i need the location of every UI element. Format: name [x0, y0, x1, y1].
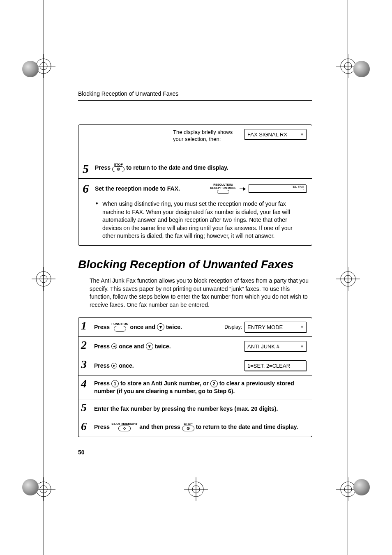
- s3-once: once.: [119, 362, 134, 369]
- lcd-set-clear-text: 1=SET, 2=CLEAR: [247, 363, 290, 369]
- stop-button-icon-2: STOP ⊘: [182, 422, 194, 431]
- step-5a-row: 5 Press STOP ⊘ to return to the date and…: [95, 162, 306, 173]
- crop-line-h-top: [0, 66, 392, 66]
- step-6-text: Press START/MEMORY ◇ and then press STOP…: [94, 422, 298, 431]
- step-3-text: Press ► once.: [94, 362, 134, 369]
- s1-twice: twice.: [166, 324, 182, 330]
- page-content: Blocking Reception of Unwanted Faxes The…: [78, 90, 312, 437]
- step-5-panel: 5 Enter the fax number by pressing the n…: [78, 399, 312, 418]
- lcd-anti-junk: ANTI JUNK #: [244, 341, 306, 352]
- step-6-panel: 6 Press START/MEMORY ◇ and then press ST…: [78, 418, 312, 437]
- reg-target-bc: [184, 477, 208, 501]
- lcd-entry-mode-text: ENTRY MODE: [247, 324, 283, 330]
- distinctive-ring-note: When using distinctive ring, you must se…: [102, 200, 306, 240]
- step-4-text: Press 1 to store an Anti Junk number, or…: [94, 380, 294, 394]
- display-label: Display:: [224, 324, 242, 330]
- reg-ball-bl: [22, 479, 39, 495]
- step-1-panel: 1 Press FUNCTION once and ▼ twice. Displ…: [78, 317, 312, 337]
- step-number-3: 3: [81, 358, 87, 371]
- step-2-display: ANTI JUNK #: [244, 341, 306, 352]
- start-memory-button-icon: START/MEMORY ◇: [111, 422, 138, 431]
- step5-rest: to return to the date and time display.: [126, 164, 228, 171]
- step-4-panel: 4 Press 1 to store an Anti Junk number, …: [78, 375, 312, 399]
- lcd-set-clear: 1=SET, 2=CLEAR: [244, 360, 306, 371]
- step-3-panel: 3 Press ► once. 1=SET, 2=CLEAR: [78, 356, 312, 375]
- step-2-panel: 2 Press ◄ once and ▼ twice. ANTI JUNK #: [78, 337, 312, 356]
- updown-icon: [301, 345, 303, 348]
- step5-press: Press: [95, 164, 111, 171]
- key-2-button-icon: 2: [210, 380, 218, 387]
- steps-block: 1 Press FUNCTION once and ▼ twice. Displ…: [78, 317, 312, 437]
- step-number-5b: 5: [81, 401, 87, 414]
- down-arrow-button-icon: ▼: [157, 323, 164, 331]
- display-line2: your selection, then:: [173, 136, 221, 142]
- step-1-text: Press FUNCTION once and ▼ twice.: [94, 322, 182, 332]
- s1-press: Press: [94, 324, 110, 330]
- step-5-text: Enter the fax number by pressing the num…: [94, 405, 278, 412]
- reg-target-ml: [32, 267, 55, 291]
- display-briefly-text: The display briefly shows your selection…: [173, 129, 233, 143]
- down-arrow-glyph: ▼: [159, 325, 163, 329]
- right-arrow-button-icon: ►: [111, 363, 117, 368]
- step-5a-line: Press STOP ⊘ to return to the date and t…: [95, 162, 306, 173]
- step-3-display: 1=SET, 2=CLEAR: [244, 360, 306, 371]
- reception-diagram: RESOLUTION/ RECEPTION MODE TEL FAX ↑: [210, 183, 306, 194]
- s4-press: Press: [94, 380, 110, 387]
- step-number-6: 6: [83, 182, 89, 196]
- display-line1: The display briefly shows: [173, 129, 233, 135]
- step-number-1: 1: [81, 319, 87, 332]
- step-6a-row: 6 Set the reception mode to FAX. RESOLUT…: [95, 183, 306, 194]
- stop-label: STOP: [114, 163, 123, 166]
- key-1-glyph: 1: [114, 381, 116, 386]
- reception-mode-label: RECEPTION MODE: [210, 187, 236, 190]
- reception-mode-button-icon: RESOLUTION/ RECEPTION MODE: [210, 183, 236, 194]
- instruction-panel-top: The display briefly shows your selection…: [78, 124, 312, 179]
- step-number-6b: 6: [81, 420, 87, 433]
- running-head: Blocking Reception of Unwanted Faxes: [78, 90, 312, 97]
- function-label: FUNCTION: [111, 322, 128, 326]
- key-2-glyph: 2: [213, 381, 215, 386]
- s6-rest: to return to the date and time display.: [196, 424, 298, 430]
- updown-icon: [301, 133, 303, 136]
- s2-once-and: once and: [119, 343, 144, 350]
- arrow-right-icon: [240, 189, 245, 189]
- display-text-row: The display briefly shows your selection…: [95, 129, 306, 145]
- resolution-label: RESOLUTION/: [213, 183, 233, 187]
- s4-mid: to store an Anti Junk number, or: [120, 380, 209, 387]
- s2-twice: twice.: [155, 343, 171, 350]
- function-button-icon: FUNCTION: [111, 322, 128, 332]
- right-arrow-glyph: ►: [113, 364, 116, 368]
- stop-glyph-2: ⊘: [187, 426, 190, 431]
- start-memory-label: START/MEMORY: [111, 422, 138, 426]
- page-number: 50: [78, 449, 85, 456]
- step-number-4: 4: [81, 377, 87, 390]
- reg-target-mr: [336, 267, 360, 291]
- reg-ball-br: [353, 479, 370, 495]
- reg-ball-tr: [353, 61, 370, 77]
- lcd-fax-signal: FAX SIGNAL RX: [244, 129, 306, 140]
- updown-icon: [301, 326, 303, 328]
- section-intro: The Anti Junk Fax function allows you to…: [90, 277, 312, 309]
- reg-ball-tl: [22, 61, 39, 77]
- stop-label-2: STOP: [184, 422, 193, 426]
- s1-once-and: once and: [130, 324, 155, 330]
- step6-text: Set the reception mode to FAX.: [95, 183, 180, 194]
- step-1-display: Display: ENTRY MODE: [224, 322, 306, 332]
- stop-button-icon: STOP ⊘: [112, 163, 125, 172]
- section-title: Blocking Reception of Unwanted Faxes: [78, 258, 312, 271]
- step-number-5: 5: [83, 162, 89, 176]
- lcd-tel-fax: TEL FAX ↑: [249, 184, 306, 193]
- step-2-text: Press ◄ once and ▼ twice.: [94, 343, 171, 350]
- left-arrow-glyph: ◄: [113, 344, 116, 348]
- left-arrow-button-icon: ◄: [111, 343, 117, 349]
- s3-press: Press: [94, 362, 110, 369]
- step-number-2: 2: [81, 339, 87, 352]
- down-arrow-button-icon-2: ▼: [146, 343, 153, 350]
- s6-and-then: and then press: [139, 424, 180, 430]
- head-rule: [78, 100, 312, 101]
- lcd-entry-mode: ENTRY MODE: [244, 322, 306, 332]
- instruction-panel-6: 6 Set the reception mode to FAX. RESOLUT…: [78, 179, 312, 246]
- stop-glyph: ⊘: [117, 167, 120, 171]
- uparrow-icon: ↑: [302, 189, 304, 192]
- lcd-fax-signal-text: FAX SIGNAL RX: [247, 131, 287, 138]
